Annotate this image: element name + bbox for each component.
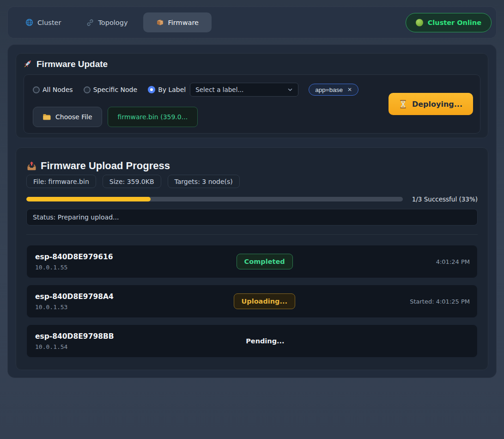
tab-cluster[interactable]: Cluster (15, 12, 71, 32)
node-status-badge: Completed (237, 254, 293, 269)
hourglass-icon (399, 100, 407, 109)
tab-topology[interactable]: Topology (76, 13, 138, 32)
progress-label: 1/3 Successful (33%) (412, 195, 478, 203)
file-row: Choose File firmware.bin (359.0... (33, 107, 358, 127)
chevron-down-icon (287, 87, 293, 92)
tab-cluster-label: Cluster (37, 19, 61, 26)
radio-by-label-label[interactable]: By Label (158, 86, 186, 93)
node-identity: esp-840D8E979616 10.0.1.55 (35, 253, 237, 271)
firmware-update-title-text: Firmware Update (36, 59, 108, 69)
link-icon (86, 19, 94, 26)
label-select-placeholder: Select a label... (195, 86, 243, 93)
globe-icon (25, 18, 33, 26)
radio-specific-node-label[interactable]: Specific Node (93, 86, 137, 93)
tab-firmware[interactable]: Firmware (143, 12, 212, 32)
selected-file-button[interactable]: firmware.bin (359.0... (108, 107, 198, 127)
node-name: esp-840D8E979616 (35, 253, 237, 261)
selected-file-label: firmware.bin (359.0... (118, 113, 188, 121)
node-row: esp-840D8E9798A4 10.0.1.53 Uploading... … (26, 285, 478, 318)
firmware-update-card: Firmware Update All Nodes Specific Node … (16, 53, 488, 138)
firmware-update-title: Firmware Update (22, 59, 480, 69)
choose-file-label: Choose File (55, 113, 92, 121)
radio-by-label[interactable] (148, 86, 155, 93)
radio-specific-node[interactable] (84, 86, 91, 93)
node-time: Started: 4:01:25 PM (295, 298, 470, 305)
upload-meta-row: File: firmware.bin Size: 359.0KB Targets… (26, 175, 478, 188)
choose-file-button[interactable]: Choose File (33, 107, 102, 127)
progress-row: 1/3 Successful (33%) (26, 195, 478, 203)
node-identity: esp-840D8E9798BB 10.0.1.54 (35, 332, 246, 350)
tab-topology-label: Topology (98, 19, 128, 26)
outbox-tray-icon (26, 161, 37, 171)
node-row: esp-840D8E9798BB 10.0.1.54 Pending... (26, 324, 478, 358)
meta-size: Size: 359.0KB (103, 175, 161, 188)
folder-icon (43, 113, 51, 121)
meta-targets: Targets: 3 node(s) (168, 175, 240, 188)
upload-progress-title-text: Firmware Upload Progress (41, 160, 170, 172)
node-status-badge: Pending... (246, 334, 284, 348)
upload-progress-title: Firmware Upload Progress (26, 160, 478, 172)
label-select[interactable]: Select a label... (190, 83, 298, 97)
target-mode-row: All Nodes Specific Node By Label Select … (33, 83, 358, 97)
node-name: esp-840D8E9798BB (35, 332, 246, 341)
label-chip-text: app=base (315, 86, 343, 93)
meta-file: File: firmware.bin (26, 175, 96, 188)
deploy-button[interactable]: Deploying... (389, 93, 473, 115)
cluster-status-label: Cluster Online (428, 19, 481, 26)
node-ip: 10.0.1.55 (35, 264, 237, 271)
node-ip: 10.0.1.54 (35, 343, 246, 350)
green-circle-icon (416, 19, 423, 26)
node-status-badge: Uploading... (234, 293, 295, 309)
update-controls-panel: All Nodes Specific Node By Label Select … (24, 74, 480, 134)
status-box: Status: Preparing upload... (26, 209, 478, 226)
upload-progress-card: Firmware Upload Progress File: firmware.… (16, 147, 488, 370)
deploy-label: Deploying... (412, 100, 462, 109)
main-container: Firmware Update All Nodes Specific Node … (7, 44, 497, 378)
node-ip: 10.0.1.53 (35, 304, 234, 311)
radio-all-nodes[interactable] (33, 86, 40, 93)
radio-all-nodes-label[interactable]: All Nodes (43, 86, 73, 93)
tab-firmware-label: Firmware (168, 19, 199, 26)
node-time: 4:01:24 PM (293, 258, 470, 265)
chip-remove-icon[interactable]: ✕ (347, 86, 352, 93)
nav-tabs: Cluster Topology Firmware (15, 12, 212, 32)
label-chip[interactable]: app=base ✕ (309, 84, 358, 96)
divider (26, 234, 478, 235)
package-icon (156, 18, 164, 26)
cluster-status-badge: Cluster Online (406, 13, 492, 32)
top-navbar: Cluster Topology Firmware Cluster Online (7, 6, 497, 38)
progress-fill (26, 197, 151, 201)
node-list: esp-840D8E979616 10.0.1.55 Completed 4:0… (26, 245, 478, 358)
node-identity: esp-840D8E9798A4 10.0.1.53 (35, 293, 234, 311)
node-name: esp-840D8E9798A4 (35, 293, 234, 301)
rocket-icon (22, 59, 33, 69)
node-row: esp-840D8E979616 10.0.1.55 Completed 4:0… (26, 245, 478, 278)
progress-bar (26, 197, 403, 201)
